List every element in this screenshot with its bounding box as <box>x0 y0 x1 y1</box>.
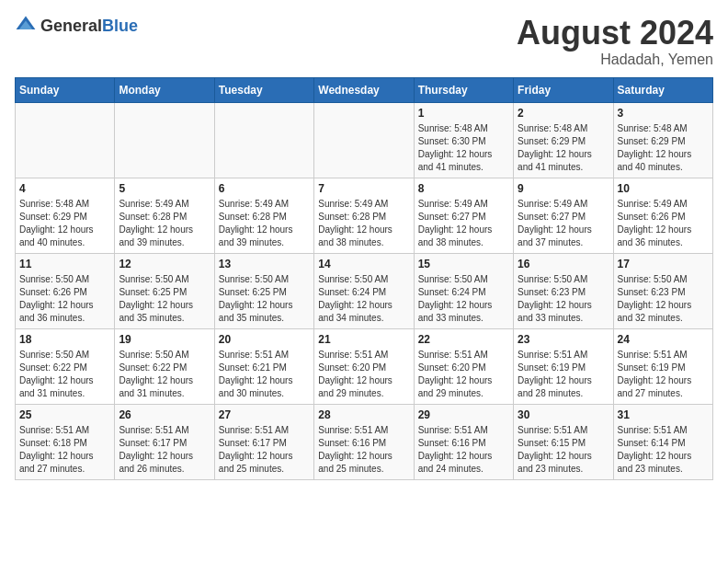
calendar-cell: 14Sunrise: 5:50 AM Sunset: 6:24 PM Dayli… <box>314 253 414 328</box>
calendar-cell: 21Sunrise: 5:51 AM Sunset: 6:20 PM Dayli… <box>314 328 414 404</box>
calendar-cell: 8Sunrise: 5:49 AM Sunset: 6:27 PM Daylig… <box>414 178 513 253</box>
day-number: 10 <box>618 182 709 195</box>
day-number: 22 <box>418 333 509 346</box>
calendar-cell: 5Sunrise: 5:49 AM Sunset: 6:28 PM Daylig… <box>115 178 214 253</box>
day-info: Sunrise: 5:50 AM Sunset: 6:22 PM Dayligh… <box>119 349 210 400</box>
day-number: 18 <box>19 333 110 346</box>
calendar-cell: 19Sunrise: 5:50 AM Sunset: 6:22 PM Dayli… <box>115 328 214 404</box>
day-number: 6 <box>219 182 310 195</box>
week-row-3: 11Sunrise: 5:50 AM Sunset: 6:26 PM Dayli… <box>16 253 713 328</box>
day-info: Sunrise: 5:48 AM Sunset: 6:29 PM Dayligh… <box>19 198 110 249</box>
day-info: Sunrise: 5:49 AM Sunset: 6:28 PM Dayligh… <box>318 198 409 249</box>
day-info: Sunrise: 5:50 AM Sunset: 6:25 PM Dayligh… <box>219 273 310 325</box>
day-number: 2 <box>518 107 609 120</box>
day-info: Sunrise: 5:50 AM Sunset: 6:24 PM Dayligh… <box>418 273 509 325</box>
calendar-cell: 9Sunrise: 5:49 AM Sunset: 6:27 PM Daylig… <box>514 178 613 253</box>
sub-title: Hadadah, Yemen <box>517 52 713 68</box>
week-row-4: 18Sunrise: 5:50 AM Sunset: 6:22 PM Dayli… <box>16 328 713 404</box>
day-number: 26 <box>119 408 210 421</box>
day-info: Sunrise: 5:49 AM Sunset: 6:27 PM Dayligh… <box>518 198 609 249</box>
week-row-1: 1Sunrise: 5:48 AM Sunset: 6:30 PM Daylig… <box>16 102 713 178</box>
week-row-2: 4Sunrise: 5:48 AM Sunset: 6:29 PM Daylig… <box>16 178 713 253</box>
main-title: August 2024 <box>517 15 713 52</box>
header-row: SundayMondayTuesdayWednesdayThursdayFrid… <box>16 77 713 102</box>
day-info: Sunrise: 5:50 AM Sunset: 6:26 PM Dayligh… <box>19 273 110 325</box>
day-info: Sunrise: 5:51 AM Sunset: 6:15 PM Dayligh… <box>518 424 609 476</box>
header-cell-sunday: Sunday <box>16 77 115 102</box>
calendar-cell: 12Sunrise: 5:50 AM Sunset: 6:25 PM Dayli… <box>115 253 214 328</box>
day-number: 23 <box>518 333 609 346</box>
calendar-cell <box>214 102 313 178</box>
day-number: 20 <box>219 333 310 346</box>
calendar-cell: 18Sunrise: 5:50 AM Sunset: 6:22 PM Dayli… <box>16 328 115 404</box>
day-number: 16 <box>518 258 609 270</box>
day-number: 24 <box>618 333 709 346</box>
day-number: 15 <box>418 258 509 270</box>
day-number: 13 <box>219 258 310 270</box>
calendar-cell: 20Sunrise: 5:51 AM Sunset: 6:21 PM Dayli… <box>214 328 313 404</box>
calendar-table: SundayMondayTuesdayWednesdayThursdayFrid… <box>15 77 713 480</box>
day-info: Sunrise: 5:50 AM Sunset: 6:23 PM Dayligh… <box>518 273 609 325</box>
day-info: Sunrise: 5:49 AM Sunset: 6:28 PM Dayligh… <box>219 198 310 249</box>
header-cell-monday: Monday <box>115 77 214 102</box>
calendar-cell: 15Sunrise: 5:50 AM Sunset: 6:24 PM Dayli… <box>414 253 513 328</box>
day-info: Sunrise: 5:51 AM Sunset: 6:19 PM Dayligh… <box>518 349 609 400</box>
day-info: Sunrise: 5:51 AM Sunset: 6:14 PM Dayligh… <box>618 424 709 476</box>
day-info: Sunrise: 5:51 AM Sunset: 6:16 PM Dayligh… <box>418 424 509 476</box>
day-info: Sunrise: 5:50 AM Sunset: 6:23 PM Dayligh… <box>618 273 709 325</box>
day-info: Sunrise: 5:49 AM Sunset: 6:26 PM Dayligh… <box>618 198 709 249</box>
week-row-5: 25Sunrise: 5:51 AM Sunset: 6:18 PM Dayli… <box>16 404 713 479</box>
calendar-cell <box>314 102 414 178</box>
day-info: Sunrise: 5:51 AM Sunset: 6:19 PM Dayligh… <box>618 349 709 400</box>
day-number: 9 <box>518 182 609 195</box>
day-info: Sunrise: 5:51 AM Sunset: 6:16 PM Dayligh… <box>318 424 409 476</box>
calendar-cell: 28Sunrise: 5:51 AM Sunset: 6:16 PM Dayli… <box>314 404 414 479</box>
calendar-cell: 27Sunrise: 5:51 AM Sunset: 6:17 PM Dayli… <box>214 404 313 479</box>
day-number: 8 <box>418 182 509 195</box>
calendar-cell: 17Sunrise: 5:50 AM Sunset: 6:23 PM Dayli… <box>613 253 712 328</box>
header-cell-wednesday: Wednesday <box>314 77 414 102</box>
calendar-cell <box>16 102 115 178</box>
day-info: Sunrise: 5:51 AM Sunset: 6:20 PM Dayligh… <box>318 349 409 400</box>
day-info: Sunrise: 5:51 AM Sunset: 6:17 PM Dayligh… <box>219 424 310 476</box>
day-number: 25 <box>19 408 110 421</box>
day-info: Sunrise: 5:50 AM Sunset: 6:24 PM Dayligh… <box>318 273 409 325</box>
calendar-cell: 6Sunrise: 5:49 AM Sunset: 6:28 PM Daylig… <box>214 178 313 253</box>
header-cell-tuesday: Tuesday <box>214 77 313 102</box>
day-number: 19 <box>119 333 210 346</box>
header-cell-saturday: Saturday <box>613 77 712 102</box>
day-info: Sunrise: 5:49 AM Sunset: 6:28 PM Dayligh… <box>119 198 210 249</box>
header-cell-friday: Friday <box>514 77 613 102</box>
calendar-body: 1Sunrise: 5:48 AM Sunset: 6:30 PM Daylig… <box>16 102 713 479</box>
day-info: Sunrise: 5:48 AM Sunset: 6:30 PM Dayligh… <box>418 122 509 174</box>
calendar-cell: 4Sunrise: 5:48 AM Sunset: 6:29 PM Daylig… <box>16 178 115 253</box>
day-number: 30 <box>518 408 609 421</box>
calendar-cell: 31Sunrise: 5:51 AM Sunset: 6:14 PM Dayli… <box>613 404 712 479</box>
day-info: Sunrise: 5:51 AM Sunset: 6:17 PM Dayligh… <box>119 424 210 476</box>
calendar-cell: 13Sunrise: 5:50 AM Sunset: 6:25 PM Dayli… <box>214 253 313 328</box>
day-number: 17 <box>618 258 709 270</box>
calendar-cell: 30Sunrise: 5:51 AM Sunset: 6:15 PM Dayli… <box>514 404 613 479</box>
day-info: Sunrise: 5:51 AM Sunset: 6:20 PM Dayligh… <box>418 349 509 400</box>
day-number: 12 <box>119 258 210 270</box>
calendar-header: SundayMondayTuesdayWednesdayThursdayFrid… <box>16 77 713 102</box>
day-info: Sunrise: 5:51 AM Sunset: 6:21 PM Dayligh… <box>219 349 310 400</box>
calendar-cell: 1Sunrise: 5:48 AM Sunset: 6:30 PM Daylig… <box>414 102 513 178</box>
calendar-cell <box>115 102 214 178</box>
day-info: Sunrise: 5:48 AM Sunset: 6:29 PM Dayligh… <box>518 122 609 174</box>
calendar-cell: 2Sunrise: 5:48 AM Sunset: 6:29 PM Daylig… <box>514 102 613 178</box>
day-number: 21 <box>318 333 409 346</box>
day-info: Sunrise: 5:48 AM Sunset: 6:29 PM Dayligh… <box>618 122 709 174</box>
day-number: 3 <box>618 107 709 120</box>
day-number: 31 <box>618 408 709 421</box>
calendar-cell: 29Sunrise: 5:51 AM Sunset: 6:16 PM Dayli… <box>414 404 513 479</box>
day-number: 7 <box>318 182 409 195</box>
day-number: 29 <box>418 408 509 421</box>
header-cell-thursday: Thursday <box>414 77 513 102</box>
calendar-cell: 3Sunrise: 5:48 AM Sunset: 6:29 PM Daylig… <box>613 102 712 178</box>
logo: GeneralBlue <box>15 15 138 37</box>
day-info: Sunrise: 5:51 AM Sunset: 6:18 PM Dayligh… <box>19 424 110 476</box>
day-number: 11 <box>19 258 110 270</box>
day-number: 5 <box>119 182 210 195</box>
page-header: GeneralBlue August 2024 Hadadah, Yemen <box>15 15 713 68</box>
